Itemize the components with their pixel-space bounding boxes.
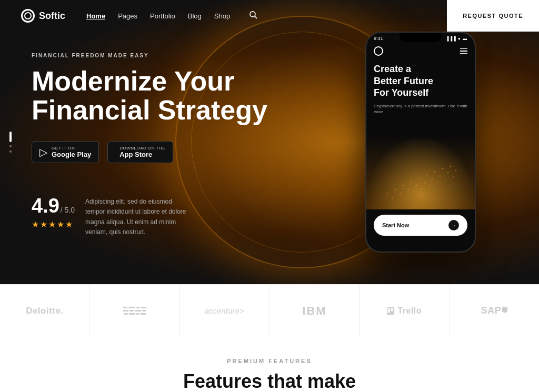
google-play-button[interactable]: ▷ GET IT ON Google Play xyxy=(32,141,99,163)
slide-dot-3[interactable] xyxy=(9,150,12,153)
svg-point-17 xyxy=(440,175,441,177)
sap-flag-icon xyxy=(502,307,507,315)
phone-menu-icon xyxy=(460,48,467,54)
svg-point-20 xyxy=(397,199,398,200)
svg-point-9 xyxy=(442,168,444,169)
hero-title-line1: Modernize Your xyxy=(32,66,234,96)
app-store-button[interactable]: Download on the App Store xyxy=(107,141,173,163)
deloitte-logo: Deloitte. xyxy=(26,306,64,316)
svg-point-2 xyxy=(387,193,388,195)
boa-line-3 xyxy=(124,313,146,315)
app-store-text: Download on the App Store xyxy=(119,146,165,158)
svg-point-10 xyxy=(450,166,452,167)
nav-home[interactable]: Home xyxy=(86,12,105,20)
svg-point-18 xyxy=(447,172,449,174)
app-store-big-text: App Store xyxy=(119,150,165,158)
svg-point-7 xyxy=(426,174,428,176)
brand-ibm: IBM xyxy=(270,285,360,337)
accenture-logo: accenture> xyxy=(205,307,244,315)
google-play-text: GET IT ON Google Play xyxy=(52,146,91,158)
svg-point-26 xyxy=(445,178,446,179)
svg-point-12 xyxy=(400,193,402,195)
slide-dot-2[interactable] xyxy=(9,145,12,147)
star-3: ★ xyxy=(48,219,56,229)
phone-app-logo xyxy=(374,46,383,56)
nav-blog[interactable]: Blog xyxy=(188,12,202,20)
phone-headline-line2: Better Future xyxy=(374,76,433,86)
brand-accenture: accenture> xyxy=(180,285,270,337)
svg-point-4 xyxy=(403,185,404,186)
svg-point-3 xyxy=(395,189,396,190)
phone-headline-line1: Create a xyxy=(374,64,411,74)
brand-boa xyxy=(90,285,180,337)
star-1: ★ xyxy=(32,219,39,229)
svg-point-21 xyxy=(405,195,406,196)
logo-text: Softic xyxy=(39,11,65,22)
rating-block: 4.9 / 5.0 ★ ★ ★ ★ ★ xyxy=(32,195,75,229)
logo[interactable]: Softic xyxy=(21,9,65,23)
slide-dot-1[interactable] xyxy=(9,132,12,142)
svg-point-23 xyxy=(421,188,422,189)
svg-point-25 xyxy=(437,182,438,183)
phone-crypto-visual xyxy=(372,152,472,204)
hero-eyebrow: FINANCIAL FREEDOM MADE EASY xyxy=(32,53,267,58)
nav-portfolio[interactable]: Portfolio xyxy=(150,12,175,20)
search-button[interactable] xyxy=(249,11,257,21)
boa-line-1 xyxy=(123,307,146,308)
svg-point-11 xyxy=(392,197,394,199)
hero-rating: 4.9 / 5.0 ★ ★ ★ ★ ★ Adipiscing elit, sed… xyxy=(32,195,267,237)
phone-headline: Create a Better Future For Yourself xyxy=(374,63,467,99)
svg-point-14 xyxy=(416,185,417,186)
trello-logo: Trello xyxy=(387,306,422,316)
phone-headline-line3: For Yourself xyxy=(374,87,428,98)
svg-point-0 xyxy=(250,12,255,17)
svg-point-27 xyxy=(453,176,454,177)
app-store-small-text: Download on the xyxy=(119,146,165,150)
star-4: ★ xyxy=(57,219,64,229)
boa-line-2 xyxy=(123,310,146,311)
phone-cta-label: Start Now xyxy=(382,222,409,228)
hero-title-line2: Financial Strategy xyxy=(32,95,267,125)
phone-cta-button[interactable]: Start Now → xyxy=(374,215,467,236)
phone-time: 9:41 xyxy=(374,36,383,41)
hero-cta-buttons: ▷ GET IT ON Google Play Download on the … xyxy=(32,141,267,163)
phone-topbar xyxy=(374,46,467,56)
rating-score: 4.9 / 5.0 xyxy=(32,195,75,217)
rating-number: 4.9 xyxy=(32,195,59,217)
hero-section: FINANCIAL FREEDOM MADE EASY Modernize Yo… xyxy=(0,0,539,284)
brand-sap: SAP xyxy=(450,285,539,337)
svg-point-8 xyxy=(434,171,436,173)
brand-deloitte: Deloitte. xyxy=(0,285,90,337)
svg-point-13 xyxy=(408,189,410,190)
svg-point-22 xyxy=(413,191,414,192)
svg-point-16 xyxy=(432,178,433,180)
nav-shop[interactable]: Shop xyxy=(214,12,230,20)
main-nav: Home Pages Portfolio Blog Shop xyxy=(86,11,257,21)
phone-cta-arrow-icon: → xyxy=(448,220,459,230)
phone-mockup: 9:41 ▐▐▐ ● ▬ Create a Better Future For … xyxy=(365,32,476,253)
google-play-icon: ▷ xyxy=(39,146,47,158)
rating-max: / 5.0 xyxy=(61,206,75,214)
google-play-small-text: GET IT ON xyxy=(52,146,91,150)
site-header: Softic Home Pages Portfolio Blog Shop RE… xyxy=(0,0,539,32)
svg-point-19 xyxy=(455,169,457,171)
phone-notch xyxy=(400,33,442,42)
rating-description: Adipiscing elit, sed do eiusmod tempor i… xyxy=(85,195,191,237)
nav-pages[interactable]: Pages xyxy=(118,12,137,20)
slide-indicator xyxy=(9,132,12,153)
bottom-title-partial: Features that make xyxy=(183,370,356,392)
hero-text-block: FINANCIAL FREEDOM MADE EASY Modernize Yo… xyxy=(32,53,267,237)
bottom-section: PREMIUM FEATURES Features that make xyxy=(0,337,539,392)
google-play-big-text: Google Play xyxy=(52,150,91,158)
phone-visual xyxy=(366,136,475,209)
svg-point-5 xyxy=(411,180,412,182)
bank-of-america-logo xyxy=(123,307,146,315)
rating-stars: ★ ★ ★ ★ ★ xyxy=(32,219,75,229)
svg-point-15 xyxy=(424,182,425,183)
request-quote-button[interactable]: REQUEST QUOTE xyxy=(447,0,539,32)
premium-label: PREMIUM FEATURES xyxy=(0,358,539,364)
brands-section: Deloitte. accenture xyxy=(0,284,539,337)
phone-content: Create a Better Future For Yourself Cryp… xyxy=(366,41,475,152)
star-2: ★ xyxy=(40,219,47,229)
brand-trello: Trello xyxy=(360,285,450,337)
